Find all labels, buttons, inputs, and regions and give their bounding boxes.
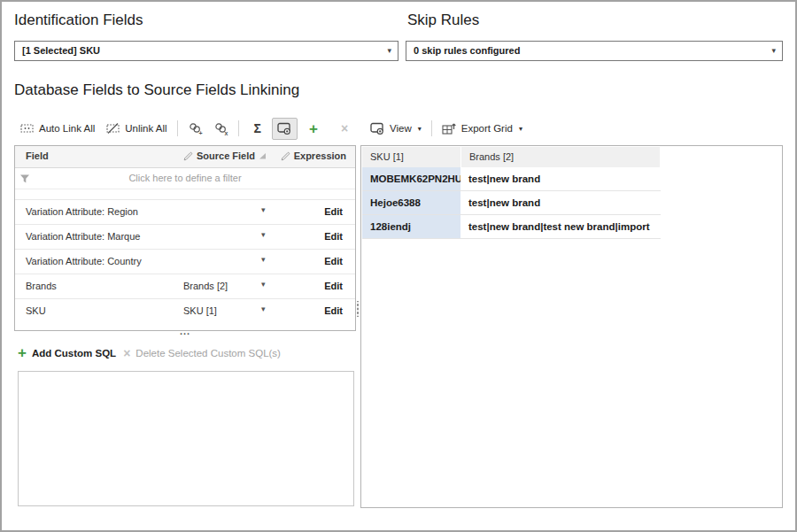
chevron-down-icon: ▾ — [387, 42, 391, 60]
export-grid-menu-label: Export Grid — [461, 123, 513, 134]
add-row-button[interactable]: + — [298, 118, 329, 140]
skip-rules-title: Skip Rules — [407, 12, 479, 29]
sku-cell[interactable]: MOBEMK62PN2HU7E — [362, 167, 461, 190]
page-frame: Identification Fields Skip Rules [1 Sele… — [0, 0, 797, 532]
chevron-down-icon: ▾ — [519, 125, 522, 133]
view-menu-label: View — [390, 123, 412, 134]
table-row[interactable]: Variation Attribute: Marque ▾ Edit — [15, 224, 355, 249]
field-name: Variation Attribute: Country — [26, 256, 142, 266]
source-field-dropdown-icon[interactable]: ▾ — [261, 305, 266, 313]
identification-fields-title: Identification Fields — [14, 12, 143, 29]
sum-button[interactable]: Σ — [244, 117, 272, 140]
unlink-all-label: Unlink All — [125, 123, 166, 134]
sku-column-header[interactable]: SKU [1] — [362, 147, 461, 167]
edit-link[interactable]: Edit — [324, 231, 343, 242]
table-row[interactable]: MOBEMK62PN2HU7E test|new brand — [362, 167, 661, 191]
table-row[interactable]: 128iendj test|new brand|test new brand|i… — [362, 215, 661, 239]
export-grid-menu-button[interactable]: Export Grid ▾ — [437, 118, 528, 140]
source-field-column-header[interactable]: Source Field — [183, 150, 267, 161]
edit-link[interactable]: Edit — [324, 256, 343, 266]
source-field-dropdown-icon[interactable]: ▾ — [261, 230, 266, 239]
expression-column-label: Expression — [294, 150, 346, 161]
table-row[interactable]: Variation Attribute: Country ▾ Edit — [15, 249, 355, 274]
brands-cell[interactable]: test|new brand — [461, 191, 661, 214]
link-plus-icon: + — [188, 122, 203, 135]
identification-fields-dropdown[interactable]: [1 Selected] SKU ▾ — [14, 41, 398, 61]
add-custom-sql-label: Add Custom SQL — [32, 348, 116, 359]
delete-custom-sql-button: × Delete Selected Custom SQL(s) — [123, 346, 281, 360]
export-grid-icon — [442, 122, 457, 135]
pencil-icon — [281, 151, 290, 161]
sigma-icon: Σ — [249, 121, 267, 135]
fields-table-rows: Variation Attribute: Region ▾ Edit Varia… — [15, 199, 355, 323]
toolbar-left-group: Auto Link All Unlink All + x — [14, 116, 360, 141]
fields-table-header: Field Source Field Expression — [15, 146, 355, 168]
field-name: Brands — [26, 281, 57, 291]
delete-row-button: × — [329, 117, 360, 140]
link-remove-icon: x — [213, 122, 228, 135]
identification-fields-dropdown-value: [1 Selected] SKU — [22, 45, 100, 56]
panel-splitter-handle[interactable] — [356, 301, 360, 317]
table-row[interactable]: SKU SKU [1] ▾ Edit — [15, 298, 355, 323]
auto-link-all-label: Auto Link All — [39, 123, 95, 134]
preview-grid-rows: MOBEMK62PN2HU7E test|new brand Hejoe6388… — [362, 167, 661, 239]
sku-cell[interactable]: Hejoe6388 — [362, 191, 461, 214]
filter-row[interactable]: Click here to define a filter — [15, 168, 355, 189]
table-row[interactable]: Hejoe6388 test|new brand — [362, 191, 661, 215]
delete-custom-sql-label: Delete Selected Custom SQL(s) — [135, 348, 281, 359]
skip-rules-dropdown-value: 0 skip rules configured — [414, 45, 520, 56]
source-field-value: Brands [2] — [183, 281, 228, 291]
edit-link[interactable]: Edit — [324, 281, 343, 291]
toolbar-right-group: View ▾ Export Grid ▾ — [365, 116, 528, 141]
source-field-dropdown-icon[interactable]: ▾ — [261, 255, 266, 264]
preview-eye-icon — [277, 122, 292, 135]
chevron-down-icon: ▾ — [418, 125, 422, 133]
source-field-value: SKU [1] — [183, 305, 217, 316]
table-row[interactable]: Brands Brands [2] ▾ Edit — [15, 274, 355, 298]
chevron-down-icon: ▾ — [771, 42, 776, 60]
edit-link[interactable]: Edit — [324, 206, 343, 217]
source-field-dropdown-icon[interactable]: ▾ — [261, 280, 266, 289]
sku-cell[interactable]: 128iendj — [362, 215, 461, 238]
svg-text:x: x — [224, 129, 228, 135]
toolbar-separator — [431, 120, 432, 136]
field-column-header[interactable]: Field — [26, 150, 49, 161]
view-menu-button[interactable]: View ▾ — [365, 118, 427, 140]
brands-column-header[interactable]: Brands [2] — [461, 147, 661, 167]
field-name: Variation Attribute: Marque — [26, 231, 140, 242]
brands-cell[interactable]: test|new brand — [461, 167, 661, 190]
svg-text:+: + — [198, 129, 202, 135]
add-custom-sql-button[interactable]: + Add Custom SQL — [18, 347, 116, 359]
source-preview-panel: SKU [1] Brands [2] MOBEMK62PN2HU7E test|… — [360, 145, 783, 508]
unlink-all-button[interactable]: Unlink All — [100, 118, 172, 140]
table-row[interactable]: Variation Attribute: Region ▾ Edit — [15, 199, 355, 224]
link-remove-button[interactable]: x — [208, 118, 234, 140]
view-eye-icon — [370, 122, 385, 135]
toolbar-separator — [177, 120, 178, 136]
custom-sql-editor[interactable] — [18, 371, 354, 506]
auto-link-all-button[interactable]: Auto Link All — [14, 118, 100, 140]
preview-grid-header: SKU [1] Brands [2] — [362, 147, 661, 167]
auto-link-icon — [19, 122, 35, 135]
filter-placeholder: Click here to define a filter — [15, 168, 355, 189]
link-add-button[interactable]: + — [182, 118, 208, 140]
source-field-column-label: Source Field — [197, 150, 255, 161]
unlink-icon — [105, 122, 120, 135]
filter-funnel-icon — [19, 173, 30, 184]
source-field-dropdown-icon[interactable]: ▾ — [261, 205, 266, 214]
close-icon: × — [335, 121, 354, 135]
expression-column-header[interactable]: Expression — [281, 150, 346, 161]
plus-icon: + — [18, 347, 27, 359]
toolbar-separator — [238, 120, 239, 136]
database-fields-table: Field Source Field Expression — [14, 145, 356, 331]
custom-sql-actions: + Add Custom SQL × Delete Selected Custo… — [18, 346, 281, 360]
skip-rules-dropdown[interactable]: 0 skip rules configured ▾ — [406, 41, 783, 61]
preview-toggle-button[interactable] — [272, 118, 298, 140]
edit-link[interactable]: Edit — [324, 305, 343, 316]
pencil-icon — [183, 151, 193, 161]
table-resize-handle[interactable]: ... — [14, 327, 356, 335]
plus-icon: + — [303, 122, 324, 135]
field-name: SKU — [26, 305, 46, 316]
linking-toolbar: Auto Link All Unlink All + x — [14, 116, 786, 141]
brands-cell[interactable]: test|new brand|test new brand|import — [461, 215, 661, 238]
